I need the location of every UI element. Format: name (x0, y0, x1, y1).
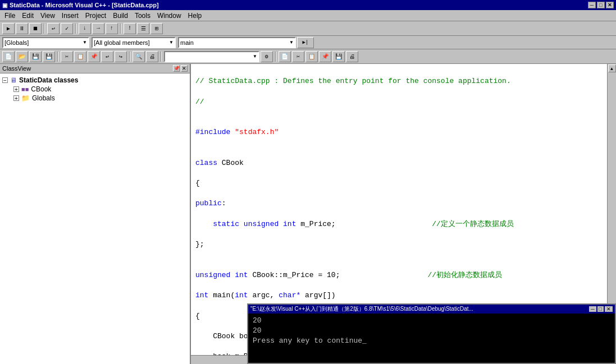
root-expand-btn[interactable]: − (2, 77, 8, 83)
class-panel-title: ClassView (2, 65, 31, 72)
menu-project[interactable]: Project (82, 11, 109, 21)
standard-toolbar: 📄 📂 💾 💾 ✂ 📋 📌 ↩ ↪ 🔍 🖨 ▼ ⚙ 📄 ✂ 📋 📌 💾 🖨 (0, 49, 616, 64)
sep5 (129, 52, 130, 62)
title-bar-controls[interactable]: ─ □ ✕ (588, 2, 614, 8)
panel-pin-button[interactable]: 📌 (173, 65, 180, 72)
title-bar-left: ▣ StaticData - Microsoft Visual C++ - [S… (2, 2, 159, 8)
globals-dropdown-value: [Globals] (4, 39, 81, 46)
btn-run[interactable]: ▶ (2, 23, 15, 34)
btn-step-into[interactable]: ↓ (79, 23, 91, 34)
sep6 (161, 52, 162, 62)
btn-restart[interactable]: ↩ (47, 23, 60, 34)
btn-redo[interactable]: ↪ (115, 51, 127, 62)
btn-pause[interactable]: ⏸ (16, 23, 28, 34)
console-title-bar: "E:\赵永发\Visual C++从入门到精通（第2版）6.8\TM\s1\5… (248, 305, 615, 314)
globals-label: Globals (32, 94, 55, 102)
btn-stop[interactable]: ⏹ (29, 23, 42, 34)
panel-close-button[interactable]: ✕ (181, 65, 188, 72)
btn-cut[interactable]: ✂ (61, 51, 73, 62)
btn-open[interactable]: 📂 (16, 51, 28, 62)
tree-root-node[interactable]: − 🖥 StaticData classes (2, 76, 188, 85)
btn-save[interactable]: 💾 (29, 51, 42, 62)
tree-cbook-node: + ■■ CBook (13, 85, 188, 94)
btn-go[interactable]: ▶| (297, 37, 314, 48)
globals-folder-icon: 📁 (21, 94, 30, 102)
menu-edit[interactable]: Edit (19, 11, 37, 21)
btn-debug1[interactable]: ! (124, 23, 136, 34)
tree-root-label: StaticData classes (19, 76, 78, 84)
btn-cut2[interactable]: ✂ (292, 51, 304, 62)
sep7 (275, 52, 276, 62)
btn-print2[interactable]: 🖨 (346, 51, 358, 62)
sep4 (57, 52, 58, 62)
btn-debug2[interactable]: ☰ (137, 23, 149, 34)
console-title-text: "E:\赵永发\Visual C++从入门到精通（第2版）6.8\TM\s1\5… (250, 305, 473, 313)
members-dropdown-value: [All global members] (94, 39, 168, 46)
btn-new-doc[interactable]: 📄 (279, 51, 291, 62)
btn-appl[interactable]: ✓ (61, 23, 73, 34)
btn-paste2[interactable]: 📌 (319, 51, 331, 62)
console-close-btn[interactable]: ✕ (605, 306, 613, 312)
navigation-toolbar: [Globals] ▼ [All global members] ▼ main … (0, 36, 616, 49)
btn-print[interactable]: 🖨 (146, 51, 158, 62)
btn-step-out[interactable]: ↑ (106, 23, 118, 34)
file-dropdown[interactable]: ▼ (164, 51, 259, 62)
cbook-expand-btn[interactable]: + (13, 86, 19, 92)
function-dropdown[interactable]: main ▼ (178, 37, 296, 48)
cbook-row[interactable]: + ■■ CBook (13, 85, 188, 94)
sep3 (120, 24, 121, 34)
class-panel: ClassView 📌 ✕ − 🖥 StaticData classes + ■… (0, 64, 191, 364)
console-line-3: Press any key to continue_ (253, 336, 610, 346)
sep2 (75, 24, 76, 34)
menu-window[interactable]: Window (154, 11, 185, 21)
btn-find[interactable]: 🔍 (133, 51, 145, 62)
btn-file-action[interactable]: ⚙ (261, 51, 273, 62)
window-title: StaticData - Microsoft Visual C++ - [Sta… (10, 2, 159, 8)
members-dropdown[interactable]: [All global members] ▼ (92, 37, 176, 48)
btn-save2[interactable]: 💾 (332, 51, 345, 62)
debug-toolbar: ▶ ⏸ ⏹ ↩ ✓ ↓ → ↑ ! ☰ ⊞ (0, 21, 616, 36)
btn-undo[interactable]: ↩ (101, 51, 113, 62)
globals-expand-btn[interactable]: + (13, 95, 19, 101)
function-dropdown-value: main (180, 39, 288, 46)
menu-help[interactable]: Help (185, 11, 206, 21)
app-icon: ▣ (2, 2, 7, 8)
menu-file[interactable]: File (1, 11, 19, 21)
title-bar: ▣ StaticData - Microsoft Visual C++ - [S… (0, 0, 616, 10)
console-max-btn[interactable]: □ (597, 306, 604, 312)
menu-insert[interactable]: Insert (58, 11, 82, 21)
console-min-btn[interactable]: ─ (589, 306, 596, 312)
menu-tools[interactable]: Tools (131, 11, 154, 21)
sep1 (44, 24, 45, 34)
globals-row[interactable]: + 📁 Globals (13, 94, 188, 103)
btn-new[interactable]: 📄 (2, 51, 15, 62)
btn-save-all[interactable]: 💾 (43, 51, 55, 62)
computer-icon: 🖥 (10, 76, 17, 84)
scroll-up-btn[interactable]: ▲ (608, 64, 616, 72)
globals-dropdown[interactable]: [Globals] ▼ (2, 37, 89, 48)
cbook-label: CBook (31, 85, 51, 93)
members-dropdown-arrow: ▼ (169, 40, 174, 45)
class-tree: − 🖥 StaticData classes + ■■ CBook + 📁 Gl… (0, 73, 190, 364)
console-line-2: 20 (253, 326, 610, 336)
menu-build[interactable]: Build (109, 11, 131, 21)
menu-bar: File Edit View Insert Project Build Tool… (0, 10, 616, 21)
function-dropdown-arrow: ▼ (289, 40, 294, 45)
btn-debug3[interactable]: ⊞ (150, 23, 163, 34)
tree-globals-node: + 📁 Globals (13, 94, 188, 103)
console-window: "E:\赵永发\Visual C++从入门到精通（第2版）6.8\TM\s1\5… (247, 303, 616, 364)
cbook-icon: ■■ (21, 86, 29, 93)
btn-paste[interactable]: 📌 (88, 51, 100, 62)
close-button[interactable]: ✕ (606, 2, 614, 8)
console-line-1: 20 (253, 316, 610, 326)
minimize-button[interactable]: ─ (588, 2, 596, 8)
menu-view[interactable]: View (37, 11, 58, 21)
file-dropdown-arrow: ▼ (253, 54, 257, 59)
globals-dropdown-arrow: ▼ (83, 40, 87, 45)
btn-step-over[interactable]: → (92, 23, 104, 34)
maximize-button[interactable]: □ (597, 2, 605, 8)
class-panel-header: ClassView 📌 ✕ (0, 64, 190, 73)
btn-copy[interactable]: 📋 (74, 51, 86, 62)
btn-copy2[interactable]: 📋 (305, 51, 318, 62)
